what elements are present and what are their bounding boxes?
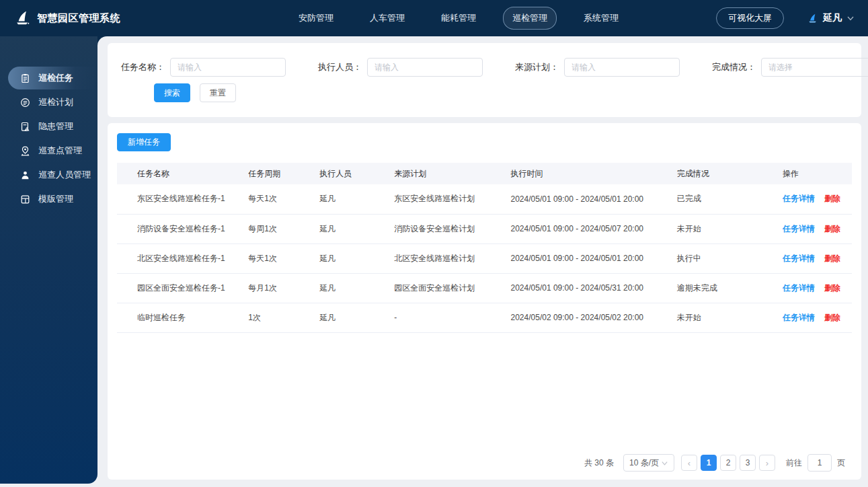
status-select[interactable]: 请选择 — [761, 58, 868, 77]
executor-cell: 延凡 — [315, 303, 390, 332]
task-name-input[interactable] — [170, 58, 286, 77]
sidebar-item-inspection-personnel[interactable]: 巡查人员管理 — [8, 163, 97, 186]
exec-time-cell: 2024/05/01 09:00 - 2024/05/31 20:00 — [507, 273, 673, 303]
task-name-cell: 东区安全线路巡检任务-1 — [117, 184, 244, 214]
goto-page-input[interactable] — [807, 454, 832, 472]
sidebar-item-hazard-management[interactable]: 隐患管理 — [8, 115, 97, 138]
source-plan-cell: 北区安全线路巡检计划 — [390, 244, 506, 273]
nav-item-system[interactable]: 系统管理 — [574, 7, 628, 30]
task-detail-link[interactable]: 任务详情 — [783, 313, 815, 322]
nav-item-people-vehicle[interactable]: 人车管理 — [360, 7, 414, 30]
table-header-row: 任务名称 任务周期 执行人员 来源计划 执行时间 完成情况 操作 — [117, 163, 852, 184]
sidebar-item-inspection-points[interactable]: 巡查点管理 — [8, 139, 97, 162]
task-detail-link[interactable]: 任务详情 — [783, 224, 815, 233]
actions-cell: 任务详情删除 — [779, 303, 852, 332]
task-cycle-cell: 每月1次 — [244, 273, 315, 303]
task-cycle-cell: 每周1次 — [244, 214, 315, 244]
user-menu[interactable]: 延凡 — [807, 12, 855, 24]
executor-cell: 延凡 — [315, 273, 390, 303]
task-name-cell: 北区安全线路巡检任务-1 — [117, 244, 244, 273]
person-icon — [19, 170, 31, 181]
page-size-value: 10 条/页 — [629, 457, 659, 469]
table-row: 园区全面安全巡检任务-1 每月1次 延凡 园区全面安全巡检计划 2024/05/… — [117, 273, 852, 303]
sail-logo-icon — [13, 9, 31, 27]
executor-cell: 延凡 — [315, 184, 390, 214]
sidebar-item-label: 模版管理 — [38, 193, 73, 205]
actions-cell: 任务详情删除 — [779, 214, 852, 244]
visual-screen-button[interactable]: 可视化大屏 — [716, 7, 784, 29]
status-label: 完成情况： — [712, 61, 756, 73]
table-row: 东区安全线路巡检任务-1 每天1次 延凡 东区安全线路巡检计划 2024/05/… — [117, 184, 852, 214]
delete-link[interactable]: 删除 — [824, 254, 840, 263]
filter-panel: 任务名称： 执行人员： 来源计划： 完成情况： 请选择 — [108, 43, 861, 117]
sidebar-item-inspection-plans[interactable]: 巡检计划 — [8, 91, 97, 114]
nav-item-energy[interactable]: 能耗管理 — [432, 7, 485, 30]
total-count: 共 30 条 — [584, 457, 614, 469]
source-plan-cell: 消防设备安全巡检计划 — [390, 214, 506, 244]
template-icon — [19, 194, 31, 205]
main-content: 任务名称： 执行人员： 来源计划： 完成情况： 请选择 — [97, 36, 868, 487]
chevron-down-icon — [661, 459, 668, 467]
page-size-select[interactable]: 10 条/页 — [623, 454, 674, 472]
chevron-down-icon — [846, 14, 855, 22]
brand: 智慧园区管理系统 — [13, 9, 182, 27]
table-row: 临时巡检任务 1次 延凡 - 2024/05/02 09:00 - 2024/0… — [117, 303, 852, 332]
nav-item-security[interactable]: 安防管理 — [289, 7, 343, 30]
task-name-cell: 园区全面安全巡检任务-1 — [117, 273, 244, 303]
add-task-button[interactable]: 新增任务 — [117, 133, 171, 151]
sidebar-item-inspection-tasks[interactable]: 巡检任务 — [8, 67, 97, 89]
nav-item-inspection[interactable]: 巡检管理 — [503, 7, 557, 30]
plan-icon — [19, 97, 31, 108]
task-detail-link[interactable]: 任务详情 — [783, 254, 815, 263]
sidebar-item-label: 巡查人员管理 — [38, 169, 91, 181]
app-title: 智慧园区管理系统 — [37, 12, 120, 25]
task-detail-link[interactable]: 任务详情 — [783, 283, 815, 293]
status-cell: 已完成 — [673, 184, 779, 214]
sidebar-item-template-management[interactable]: 模版管理 — [8, 188, 97, 211]
page-suffix-label: 页 — [837, 457, 845, 469]
search-button[interactable]: 搜索 — [154, 83, 190, 102]
task-name-cell: 消防设备安全巡检任务-1 — [117, 214, 244, 244]
goto-page: 前往 页 — [786, 454, 845, 472]
table-row: 北区安全线路巡检任务-1 每天1次 延凡 北区安全线路巡检计划 2024/05/… — [117, 244, 852, 273]
executor-label: 执行人员： — [318, 61, 362, 73]
location-pin-icon — [19, 145, 31, 157]
executor-input[interactable] — [367, 58, 483, 77]
top-navbar: 智慧园区管理系统 安防管理 人车管理 能耗管理 巡检管理 系统管理 可视化大屏 … — [0, 0, 868, 36]
filter-executor: 执行人员： — [318, 58, 483, 77]
source-plan-input[interactable] — [564, 58, 680, 77]
username: 延凡 — [823, 12, 842, 24]
filter-task-name: 任务名称： — [121, 58, 286, 77]
exec-time-cell: 2024/05/01 09:00 - 2024/05/01 20:00 — [507, 244, 673, 273]
executor-cell: 延凡 — [315, 244, 390, 273]
delete-link[interactable]: 删除 — [824, 224, 840, 233]
delete-link[interactable]: 删除 — [824, 283, 840, 293]
page-button-1[interactable]: 1 — [701, 455, 717, 471]
prev-page-button[interactable]: ‹ — [681, 455, 697, 471]
source-plan-cell: 东区安全线路巡检计划 — [390, 184, 506, 214]
goto-label: 前往 — [786, 457, 802, 469]
source-plan-cell: 园区全面安全巡检计划 — [390, 273, 506, 303]
task-name-cell: 临时巡检任务 — [117, 303, 244, 332]
sidebar: 巡检任务 巡检计划 隐患管理 巡查点管理 巡 — [0, 36, 97, 484]
page-button-3[interactable]: 3 — [740, 455, 756, 471]
executor-cell: 延凡 — [315, 214, 390, 244]
status-select-placeholder: 请选择 — [768, 62, 793, 73]
filter-status: 完成情况： 请选择 — [712, 58, 868, 77]
reset-button[interactable]: 重置 — [200, 83, 236, 102]
delete-link[interactable]: 删除 — [824, 313, 840, 322]
top-menu: 安防管理 人车管理 能耗管理 巡检管理 系统管理 — [289, 7, 628, 30]
actions-cell: 任务详情删除 — [779, 244, 852, 273]
page-buttons: ‹ 1 2 3 › — [681, 455, 775, 471]
exec-time-cell: 2024/05/02 09:00 - 2024/05/02 20:00 — [507, 303, 673, 332]
source-plan-label: 来源计划： — [515, 61, 559, 73]
col-exec-time: 执行时间 — [507, 163, 673, 184]
next-page-button[interactable]: › — [759, 455, 775, 471]
sidebar-item-label: 巡检任务 — [38, 72, 73, 84]
task-detail-link[interactable]: 任务详情 — [783, 194, 815, 203]
delete-link[interactable]: 删除 — [824, 194, 840, 203]
col-task-name: 任务名称 — [117, 163, 244, 184]
page-button-2[interactable]: 2 — [720, 455, 736, 471]
status-cell: 未开始 — [673, 214, 779, 244]
actions-cell: 任务详情删除 — [779, 184, 852, 214]
